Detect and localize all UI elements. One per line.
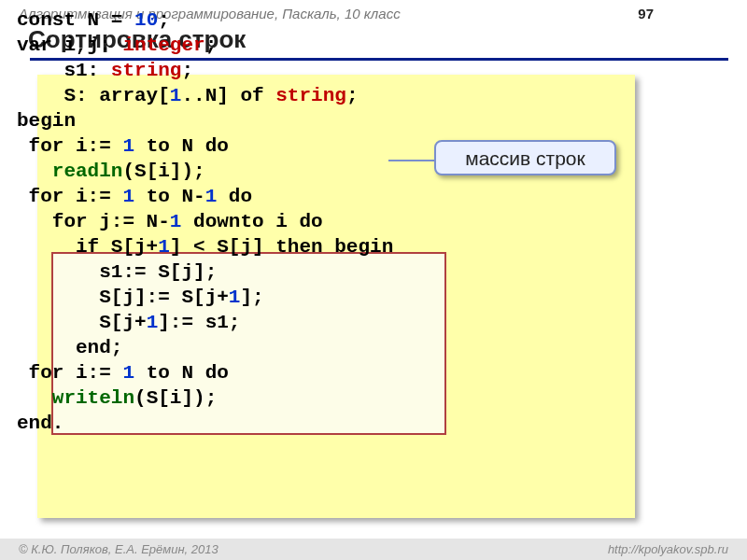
code-t: s1:= S[j]; <box>17 261 217 283</box>
code-t: = <box>99 9 134 31</box>
code-t: ; <box>205 35 218 56</box>
code-t: string <box>111 60 182 81</box>
code-t: 1 <box>158 236 170 258</box>
code-t: downto i do <box>181 211 322 232</box>
footer-right: http://kpolyakov.spb.ru <box>608 542 728 556</box>
code-t: writeln <box>52 387 134 409</box>
code-t: for j:= N- <box>17 211 170 232</box>
code-t: readln <box>52 161 123 182</box>
code-t: 1 <box>122 186 134 207</box>
code-t: ; <box>181 60 193 81</box>
code-t: integer <box>122 35 204 56</box>
page-number: 97 <box>638 6 728 21</box>
code-t: ..N] of <box>181 85 275 106</box>
code-t: if S[j+ <box>17 236 158 258</box>
code-t: const N <box>17 9 99 31</box>
code-t <box>17 387 52 409</box>
code-t: 1 <box>229 287 241 308</box>
code-t: S[j+ <box>17 312 147 333</box>
code-t: 10 <box>134 9 158 31</box>
footer-author: К.Ю. Поляков, Е.А. Ерёмин, 2013 <box>31 542 218 556</box>
callout-connector <box>388 160 435 161</box>
footer-left: © К.Ю. Поляков, Е.А. Ерёмин, 2013 <box>19 542 218 556</box>
slide: Алгоритмизация и программирование, Паска… <box>0 0 747 560</box>
code-t: for i:= <box>17 135 122 157</box>
code-t: (S[i]); <box>122 161 204 182</box>
code-t: ]; <box>240 287 263 308</box>
code-t: 1 <box>122 362 134 384</box>
code-t: ] < S[j] then begin <box>170 236 393 258</box>
code-t: ; <box>158 9 170 31</box>
code-t: end; <box>17 337 122 358</box>
footer-bar: © К.Ю. Поляков, Е.А. Ерёмин, 2013 http:/… <box>0 539 747 560</box>
code-t: to N do <box>134 362 229 384</box>
code-t: S[j]:= S[j+ <box>17 287 229 308</box>
code-t: s1: <box>17 60 111 81</box>
callout-box: массив строк <box>434 140 616 175</box>
code-t: var i,j: <box>17 35 122 56</box>
code-t: 1 <box>170 85 182 106</box>
code-t: to N do <box>134 135 229 157</box>
code-t: (S[i]); <box>134 387 217 409</box>
code-t: for i:= <box>17 186 122 207</box>
code-t: S: array[ <box>17 85 170 106</box>
code-t: begin <box>17 110 76 132</box>
code-t <box>17 161 52 182</box>
code-t: 1 <box>147 312 159 333</box>
code-t: string <box>275 85 346 106</box>
code-listing: const N = 10; var i,j: integer; s1: stri… <box>17 7 393 436</box>
code-t: for i:= <box>17 362 122 384</box>
code-t: do <box>217 186 252 207</box>
code-t: ]:= s1; <box>158 312 240 333</box>
code-t: 1 <box>170 211 182 232</box>
code-t: ; <box>346 85 359 106</box>
code-t: to N- <box>134 186 205 207</box>
code-t: end. <box>17 413 63 434</box>
code-t: 1 <box>122 135 134 157</box>
code-t: 1 <box>205 186 218 207</box>
